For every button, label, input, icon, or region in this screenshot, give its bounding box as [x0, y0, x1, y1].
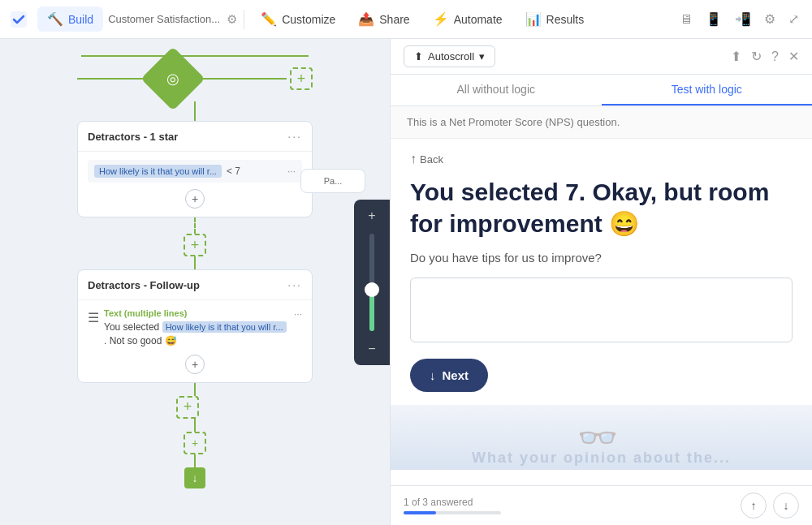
- tablet-icon[interactable]: 📱: [702, 8, 725, 30]
- text-block-menu[interactable]: ···: [294, 308, 302, 320]
- condition-tag: How likely is it that you will r...: [94, 165, 222, 178]
- nav-build[interactable]: 🔨 Build: [37, 6, 103, 32]
- zoom-out-button[interactable]: −: [365, 339, 378, 359]
- toolbar-icons: ⬆ ↻ ? ✕: [731, 49, 799, 64]
- preview-content: This is a Net Promoter Score (NPS) quest…: [391, 106, 812, 485]
- detractors-card-header: Detractors - 1 star ···: [78, 122, 312, 152]
- customize-icon: ✏️: [261, 11, 277, 27]
- automate-icon: ⚡: [433, 11, 449, 27]
- nav-results[interactable]: 📊 Results: [516, 6, 594, 32]
- passive-card: Pa...: [300, 169, 365, 193]
- nav-automate[interactable]: ⚡ Automate: [423, 6, 512, 32]
- connector-line-1: [194, 101, 196, 121]
- expand-icon[interactable]: ⤢: [785, 8, 802, 30]
- survey-area: ↑ Back You selected 7. Okay, but room fo…: [391, 139, 812, 405]
- chevron-down-icon: ▾: [479, 50, 485, 62]
- text-block-icon: ☰: [88, 310, 99, 325]
- footer-nav-buttons: ↑ ↓: [741, 493, 799, 519]
- close-icon[interactable]: ✕: [788, 49, 799, 64]
- preview-panel: ⬆ Autoscroll ▾ ⬆ ↻ ? ✕ All without logic…: [390, 39, 812, 525]
- mobile-icon[interactable]: 📲: [732, 8, 754, 30]
- condition-op: < 7: [227, 166, 240, 177]
- text-block-body: You selected How likely is it that you w…: [104, 321, 289, 348]
- detractors-card-title: Detractors - 1 star: [88, 131, 178, 143]
- text-block-row: ☰ Text (multiple lines) You selected How…: [88, 308, 302, 348]
- add-step-button-1[interactable]: +: [184, 234, 206, 256]
- add-end-step-button[interactable]: +: [184, 432, 206, 454]
- scroll-icon: ⬆: [414, 50, 423, 62]
- add-branch-button[interactable]: +: [290, 67, 313, 90]
- watermark-text: What your opinion about the...: [472, 450, 731, 467]
- app-logo: [10, 11, 28, 28]
- zoom-in-button[interactable]: +: [365, 206, 378, 226]
- connector-line-3: [194, 383, 196, 396]
- branch-diamond-node[interactable]: ◎: [140, 46, 205, 110]
- dashed-connector: [194, 217, 196, 234]
- zoom-controls: + −: [354, 200, 390, 365]
- connector-line-4: [194, 419, 196, 432]
- nav-right-controls: 🖥 📱 📲 ⚙ ⤢: [676, 8, 802, 30]
- survey-heading: You selected 7. Okay, but room for impro…: [410, 176, 793, 239]
- progress-bar-fill: [404, 511, 436, 514]
- back-link[interactable]: ↑ Back: [410, 152, 793, 166]
- text-inline-variable: How likely is it that you will r...: [162, 321, 287, 333]
- branch-icon: ◎: [166, 70, 179, 88]
- add-condition-button[interactable]: +: [185, 189, 205, 209]
- settings-icon[interactable]: ⚙: [761, 8, 779, 30]
- nav-share[interactable]: 📤 Share: [348, 6, 419, 32]
- build-icon: 🔨: [47, 11, 63, 27]
- preview-footer: 1 of 3 answered ↑ ↓: [391, 485, 812, 525]
- text-block-label: Text (multiple lines): [104, 308, 289, 318]
- preview-scroll-area[interactable]: This is a Net Promoter Score (NPS) quest…: [391, 106, 812, 485]
- help-icon[interactable]: ?: [771, 49, 779, 64]
- next-button[interactable]: ↓ Next: [410, 359, 488, 392]
- text-block-content: Text (multiple lines) You selected How l…: [104, 308, 289, 348]
- nav-divider: [244, 10, 244, 29]
- refresh-icon[interactable]: ↻: [751, 49, 762, 64]
- nav-customize[interactable]: ✏️ Customize: [251, 6, 345, 32]
- breadcrumb: Customer Satisfaction...: [108, 13, 220, 25]
- preview-background-image: 👓 What your opinion about the...: [391, 405, 812, 470]
- zoom-slider-track: [369, 234, 374, 331]
- tab-all-without-logic[interactable]: All without logic: [391, 75, 602, 105]
- footer-next-button[interactable]: ↓: [773, 493, 799, 519]
- preview-toolbar: ⬆ Autoscroll ▾ ⬆ ↻ ? ✕: [391, 39, 812, 75]
- desktop-icon[interactable]: 🖥: [676, 9, 696, 30]
- flow-canvas: ◎ + Detractors - 1 star ··· How likely i…: [0, 39, 390, 525]
- survey-subtext: Do you have tips for us to improve?: [410, 251, 793, 265]
- followup-card: Detractors - Follow-up ··· ☰ Text (multi…: [77, 269, 313, 383]
- results-icon: 📊: [525, 11, 542, 27]
- followup-card-title: Detractors - Follow-up: [88, 279, 200, 291]
- top-nav: 🔨 Build Customer Satisfaction... ⚙ ✏️ Cu…: [0, 0, 812, 39]
- main-layout: ◎ + Detractors - 1 star ··· How likely i…: [0, 39, 812, 525]
- detractors-card-body: How likely is it that you will r... < 7 …: [78, 152, 312, 217]
- tab-test-with-logic[interactable]: Test with logic: [602, 75, 813, 105]
- detractors-card-menu[interactable]: ···: [287, 130, 302, 143]
- progress-text: 1 of 3 answered: [404, 497, 501, 508]
- add-step-button-2[interactable]: +: [176, 396, 199, 419]
- survey-textarea[interactable]: [410, 278, 793, 342]
- autoscroll-button[interactable]: ⬆ Autoscroll ▾: [404, 45, 495, 67]
- progress-bar-track: [404, 511, 501, 514]
- back-arrow-icon: ↑: [410, 152, 417, 166]
- share-icon: 📤: [358, 11, 374, 27]
- progress-wrap: 1 of 3 answered: [404, 497, 501, 514]
- footer-prev-button[interactable]: ↑: [741, 493, 767, 519]
- condition-menu[interactable]: ···: [287, 166, 296, 177]
- flow-panel: ◎ + Detractors - 1 star ··· How likely i…: [0, 39, 390, 525]
- followup-card-menu[interactable]: ···: [287, 278, 302, 291]
- add-text-block-button[interactable]: +: [185, 355, 205, 374]
- preview-tabs: All without logic Test with logic: [391, 75, 812, 106]
- nps-notice: This is a Net Promoter Score (NPS) quest…: [391, 106, 812, 139]
- zoom-slider-thumb[interactable]: [365, 282, 379, 297]
- breadcrumb-settings-icon[interactable]: ⚙: [227, 12, 237, 27]
- upload-icon[interactable]: ⬆: [731, 49, 741, 64]
- connector-line-5: [194, 454, 196, 467]
- next-arrow-icon: ↓: [430, 368, 436, 382]
- followup-card-body: ☰ Text (multiple lines) You selected How…: [78, 300, 312, 382]
- connector-line-2: [194, 256, 196, 269]
- condition-row: How likely is it that you will r... < 7 …: [88, 160, 302, 183]
- end-node[interactable]: ↓: [184, 467, 205, 488]
- detractors-card: Detractors - 1 star ··· How likely is it…: [77, 121, 313, 217]
- followup-card-header: Detractors - Follow-up ···: [78, 270, 312, 300]
